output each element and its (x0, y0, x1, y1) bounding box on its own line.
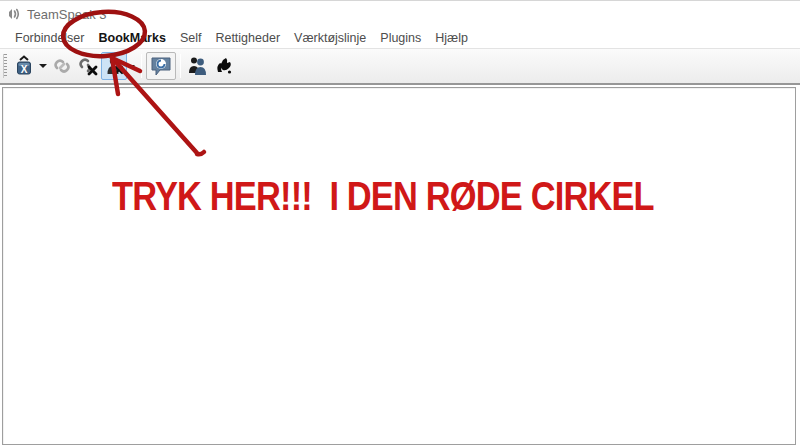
chat-bubble-icon (150, 55, 172, 77)
connect-button[interactable] (49, 52, 75, 80)
teamspeak-logo-icon (4, 5, 22, 23)
quick-connect-icon: X (14, 55, 34, 77)
toolbar: X (0, 48, 800, 85)
disconnect-icon (78, 56, 98, 76)
menu-item-self[interactable]: Self (173, 29, 209, 47)
whisper-icon (214, 56, 234, 76)
quick-connect-dropdown[interactable] (37, 52, 49, 80)
toolbar-drag-handle[interactable] (3, 54, 7, 78)
contacts-icon (187, 56, 209, 76)
menu-item-bookmarks[interactable]: BookMarks (91, 29, 172, 47)
chat-button[interactable] (146, 52, 176, 80)
connect-icon (52, 56, 72, 76)
chevron-down-icon (39, 64, 47, 68)
teamspeak-window: TeamSpeak 3 Forbindelser BookMarks Self … (0, 0, 800, 446)
away-button[interactable] (101, 52, 127, 80)
disconnect-button[interactable] (75, 52, 101, 80)
window-title: TeamSpeak 3 (27, 7, 107, 22)
whisper-button[interactable] (211, 52, 237, 80)
chevron-down-icon (129, 65, 135, 68)
contacts-button[interactable] (185, 52, 211, 80)
annotation-text: TRYK HER!!! I DEN RØDE CIRKEL (112, 173, 654, 220)
menu-item-hjaelp[interactable]: Hjælp (428, 29, 475, 47)
toolbar-separator (180, 54, 181, 78)
menu-item-plugins[interactable]: Plugins (373, 29, 428, 47)
menu-item-vaerktojslinje[interactable]: Værktøjslinje (287, 29, 373, 47)
toolbar-separator (141, 54, 142, 78)
menu-item-rettigheder[interactable]: Rettigheder (208, 29, 287, 47)
away-icon (104, 56, 124, 76)
title-bar: TeamSpeak 3 (0, 1, 800, 27)
menu-item-forbindelser[interactable]: Forbindelser (8, 29, 91, 47)
server-tree-area (2, 87, 796, 445)
menu-bar: Forbindelser BookMarks Self Rettigheder … (0, 27, 800, 48)
away-dropdown[interactable] (127, 52, 137, 80)
quick-connect-button[interactable]: X (11, 52, 37, 80)
svg-text:X: X (21, 64, 28, 75)
